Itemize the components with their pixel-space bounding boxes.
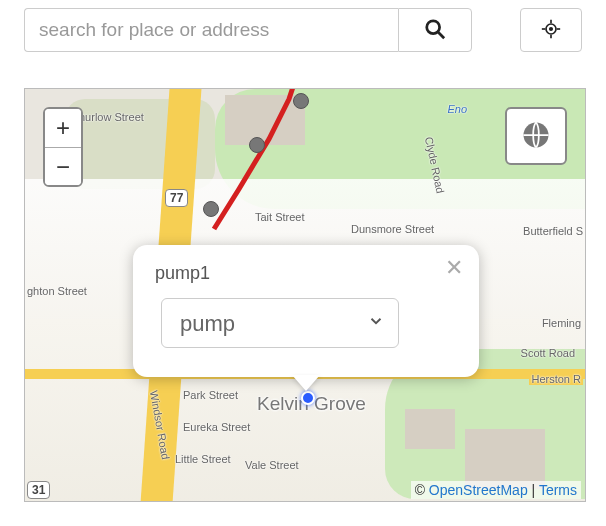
svg-line-1 [438,31,444,37]
street-label: Herston R [529,373,583,385]
svg-point-3 [550,27,553,30]
network-node[interactable] [293,93,309,109]
street-label: hurlow Street [79,111,144,123]
search-button[interactable] [398,8,472,52]
attrib-prefix: © [415,482,429,498]
highway-shield: 31 [27,481,50,499]
network-node[interactable] [203,201,219,217]
map[interactable]: hurlow Street Tait Street Dunsmore Stree… [24,88,586,502]
svg-point-0 [427,20,440,33]
zoom-out-button[interactable]: − [45,147,81,185]
street-label: Tait Street [255,211,305,223]
map-attribution: © OpenStreetMap | Terms [411,481,581,499]
street-label: Fleming [542,317,581,329]
osm-link[interactable]: OpenStreetMap [429,482,528,498]
street-label: Eno [447,103,467,115]
popup-close-button[interactable]: ✕ [443,255,465,281]
street-label: Vale Street [245,459,299,471]
feature-popup: ✕ pump1 pump [133,245,479,377]
highway-shield: 77 [165,189,188,207]
map-marker[interactable] [301,391,315,405]
street-label: Little Street [175,453,231,465]
street-label: Butterfield S [523,225,583,237]
type-select-wrap: pump [161,298,399,348]
basemap-button[interactable] [505,107,567,165]
search-bar [4,4,602,52]
street-label: ghton Street [27,285,87,297]
popup-tip [292,375,320,391]
street-label: Scott Road [521,347,575,359]
search-icon [424,18,446,43]
crosshair-icon [541,19,561,42]
type-select[interactable]: pump [161,298,399,348]
search-input[interactable] [24,8,398,52]
attrib-sep: | [528,482,539,498]
zoom-in-button[interactable]: + [45,109,81,147]
street-label: Park Street [183,389,238,401]
network-node[interactable] [249,137,265,153]
street-label: Dunsmore Street [351,223,434,235]
terms-link[interactable]: Terms [539,482,577,498]
popup-title: pump1 [155,263,457,284]
zoom-control: + − [43,107,83,187]
locate-button[interactable] [520,8,582,52]
close-icon: ✕ [445,255,463,280]
street-label: Eureka Street [183,421,250,433]
globe-icon [521,120,551,153]
